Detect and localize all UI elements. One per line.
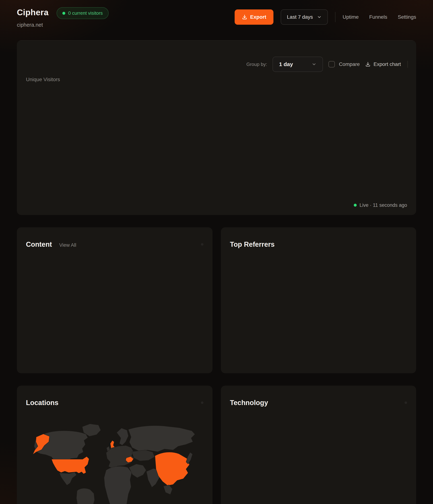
content-title: Content bbox=[26, 241, 52, 248]
controls-divider bbox=[407, 61, 408, 68]
top-nav: Uptime Funnels Settings bbox=[343, 14, 416, 20]
map-russia bbox=[128, 426, 195, 452]
view-all-link[interactable]: View All bbox=[59, 242, 76, 248]
map-japan bbox=[186, 452, 192, 464]
map-usa[interactable] bbox=[52, 456, 89, 474]
compare-checkbox[interactable] bbox=[328, 61, 335, 68]
date-range-value: Last 7 days bbox=[287, 14, 313, 20]
world-map-svg[interactable] bbox=[26, 416, 203, 504]
nav-item[interactable]: Settings bbox=[398, 14, 416, 20]
map-mexico bbox=[60, 472, 77, 485]
date-range-select[interactable]: Last 7 days bbox=[281, 9, 328, 25]
nav-item[interactable]: Uptime bbox=[343, 14, 359, 20]
download-icon bbox=[242, 14, 247, 20]
map-central-asia bbox=[132, 450, 155, 461]
world-map[interactable] bbox=[26, 416, 203, 504]
live-dot-icon bbox=[354, 204, 357, 207]
map-africa bbox=[104, 466, 132, 504]
chevron-down-icon bbox=[312, 62, 316, 67]
download-icon bbox=[365, 62, 371, 67]
map-scandinavia bbox=[117, 428, 128, 445]
live-status: Live · 11 seconds ago bbox=[17, 202, 416, 215]
content-tabs bbox=[201, 243, 203, 246]
locations-panel: Locations bbox=[17, 386, 213, 504]
technology-panel: Technology bbox=[221, 386, 416, 504]
brand-block: Ciphera 0 current visitors ciphera.net bbox=[17, 5, 109, 28]
export-chart-button[interactable]: Export chart bbox=[365, 61, 401, 67]
app-title: Ciphera bbox=[17, 8, 49, 17]
chart-series-title: Unique Visitors bbox=[26, 77, 416, 83]
content-panel: Content View All bbox=[17, 227, 213, 373]
chevron-down-icon bbox=[317, 15, 322, 19]
analytics-card: Group by: 1 day Compare Export chart Uni… bbox=[17, 40, 416, 215]
header-actions: Export Last 7 days Uptime Funnels Settin… bbox=[235, 9, 416, 25]
map-se-asia bbox=[164, 485, 173, 495]
dashboard-page: Ciphera 0 current visitors ciphera.net E… bbox=[0, 0, 433, 504]
technology-title: Technology bbox=[230, 399, 268, 407]
referrers-panel: Top Referrers bbox=[221, 227, 416, 373]
stat-tabs bbox=[17, 40, 416, 41]
locations-tabs bbox=[201, 401, 203, 404]
current-visitors-badge[interactable]: 0 current visitors bbox=[57, 7, 109, 19]
locations-title: Locations bbox=[26, 399, 58, 407]
group-by-select[interactable]: 1 day bbox=[273, 57, 323, 72]
unique-visitors-chart[interactable] bbox=[21, 83, 412, 199]
current-visitors-label: 0 current visitors bbox=[68, 10, 103, 16]
map-south-america bbox=[77, 488, 95, 504]
group-by-label: Group by: bbox=[246, 62, 267, 67]
live-dot-icon bbox=[62, 12, 65, 15]
header-divider bbox=[335, 12, 336, 22]
map-middle-east bbox=[129, 464, 146, 478]
referrers-title: Top Referrers bbox=[230, 241, 275, 248]
export-button[interactable]: Export bbox=[235, 9, 274, 25]
map-china[interactable] bbox=[155, 452, 190, 486]
nav-item[interactable]: Funnels bbox=[369, 14, 387, 20]
chart-controls: Group by: 1 day Compare Export chart bbox=[17, 57, 416, 72]
export-label: Export bbox=[250, 14, 266, 20]
header: Ciphera 0 current visitors ciphera.net E… bbox=[17, 0, 416, 35]
group-by-value: 1 day bbox=[279, 61, 293, 67]
compare-label[interactable]: Compare bbox=[339, 61, 360, 67]
main-chart[interactable] bbox=[17, 83, 416, 200]
technology-tabs bbox=[405, 401, 407, 404]
site-domain: ciphera.net bbox=[17, 22, 109, 28]
live-status-text: Live · 11 seconds ago bbox=[360, 202, 407, 208]
export-chart-label: Export chart bbox=[373, 61, 401, 67]
